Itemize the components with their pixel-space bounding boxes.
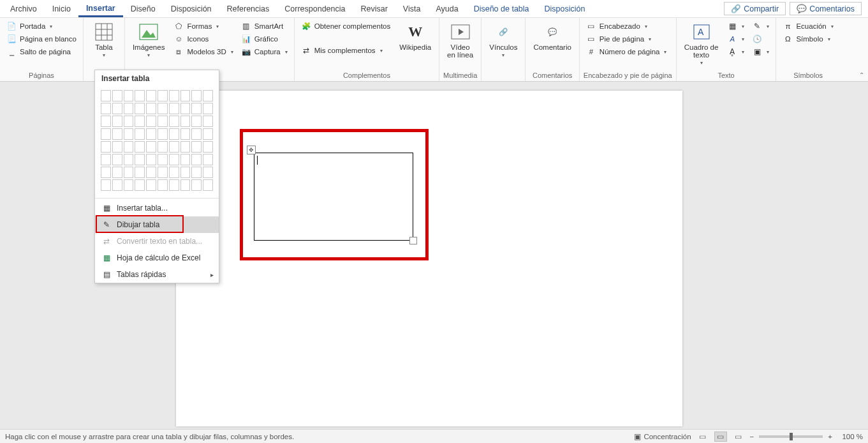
table-grid-cell[interactable] <box>180 179 191 191</box>
table-grid-cell[interactable] <box>203 103 213 114</box>
table-grid-cell[interactable] <box>180 128 191 140</box>
table-grid-cell[interactable] <box>203 90 213 101</box>
table-grid-cell[interactable] <box>158 103 168 114</box>
wikipedia-button[interactable]: W Wikipedia <box>395 20 435 52</box>
quickparts-button[interactable]: ▦▾ <box>725 20 747 32</box>
table-grid-cell[interactable] <box>169 103 179 114</box>
pagenum-button[interactable]: #Número de página▾ <box>584 46 670 57</box>
dropcap-button[interactable]: A͇▾ <box>725 46 747 57</box>
table-grid-cell[interactable] <box>112 103 122 114</box>
links-button[interactable]: 🔗 Vínculos ▾ <box>485 20 521 59</box>
table-button[interactable]: Tabla ▾ <box>87 20 121 59</box>
table-grid-cell[interactable] <box>146 154 156 165</box>
table-grid-cell[interactable] <box>169 90 179 101</box>
tab-references[interactable]: Referencias <box>219 2 277 16</box>
table-grid-cell[interactable] <box>124 141 134 153</box>
table-move-handle[interactable]: ✥ <box>247 146 256 154</box>
table-grid-cell[interactable] <box>169 179 179 191</box>
table-grid-cell[interactable] <box>203 154 213 165</box>
object-button[interactable]: ▣▾ <box>749 46 772 57</box>
print-layout-button[interactable]: ▭ <box>714 432 727 442</box>
page-break-button[interactable]: ⎯Salto de página <box>4 46 79 57</box>
comment-button[interactable]: 💬 Comentario <box>529 20 575 52</box>
table-grid-cell[interactable] <box>135 167 145 178</box>
table-grid-cell[interactable] <box>135 154 145 165</box>
header-button[interactable]: ▭Encabezado▾ <box>584 20 670 32</box>
table-grid-cell[interactable] <box>101 116 111 127</box>
table-grid-cell[interactable] <box>135 128 145 140</box>
zoom-thumb[interactable] <box>790 433 793 440</box>
table-grid-cell[interactable] <box>191 116 202 127</box>
table-grid-cell[interactable] <box>169 128 179 140</box>
table-grid-cell[interactable] <box>112 179 122 191</box>
tab-review[interactable]: Revisar <box>353 2 395 16</box>
cover-page-button[interactable]: 📄Portada▾ <box>4 20 79 32</box>
tab-help[interactable]: Ayuda <box>428 2 466 16</box>
table-grid-cell[interactable] <box>112 167 122 178</box>
table-grid-cell[interactable] <box>135 103 145 114</box>
table-grid-cell[interactable] <box>158 141 168 153</box>
table-grid-cell[interactable] <box>191 154 202 165</box>
table-grid-cell[interactable] <box>203 128 213 140</box>
table-grid-cell[interactable] <box>112 116 122 127</box>
zoom-out-button[interactable]: − <box>750 433 754 440</box>
tab-table-layout[interactable]: Disposición <box>537 2 593 16</box>
table-grid-cell[interactable] <box>180 154 191 165</box>
table-grid-cell[interactable] <box>101 128 111 140</box>
table-grid-cell[interactable] <box>112 154 122 165</box>
drawn-table[interactable]: ✥ <box>254 153 413 241</box>
zoom-in-button[interactable]: + <box>828 433 832 440</box>
table-grid-cell[interactable] <box>169 141 179 153</box>
table-grid-cell[interactable] <box>158 179 168 191</box>
table-grid-cell[interactable] <box>112 128 122 140</box>
images-button[interactable]: Imágenes ▾ <box>129 20 169 59</box>
table-grid-cell[interactable] <box>180 103 191 114</box>
get-addins-button[interactable]: 🧩Obtener complementos <box>298 20 394 32</box>
draw-table-item[interactable]: ✎Dibujar tabla <box>95 216 219 233</box>
table-grid-cell[interactable] <box>112 141 122 153</box>
symbol-button[interactable]: ΩSímbolo▾ <box>780 33 835 45</box>
share-button[interactable]: 🔗Compartir <box>724 2 786 15</box>
read-mode-button[interactable]: ▭ <box>696 432 709 442</box>
table-grid-cell[interactable] <box>191 90 202 101</box>
table-grid-cell[interactable] <box>101 103 111 114</box>
table-grid-cell[interactable] <box>101 141 111 153</box>
table-grid-cell[interactable] <box>135 90 145 101</box>
tab-file[interactable]: Archivo <box>3 2 45 16</box>
table-grid-cell[interactable] <box>169 116 179 127</box>
table-grid-cell[interactable] <box>135 179 145 191</box>
table-grid-cell[interactable] <box>146 116 156 127</box>
page[interactable]: ✥ <box>176 91 682 426</box>
table-grid-cell[interactable] <box>169 154 179 165</box>
table-grid-cell[interactable] <box>203 179 213 191</box>
table-grid-cell[interactable] <box>191 128 202 140</box>
table-grid-cell[interactable] <box>135 141 145 153</box>
table-grid-cell[interactable] <box>146 141 156 153</box>
table-grid-cell[interactable] <box>101 154 111 165</box>
table-grid-cell[interactable] <box>203 167 213 178</box>
my-addins-button[interactable]: ⇄Mis complementos▾ <box>298 45 394 56</box>
wordart-button[interactable]: A▾ <box>725 33 747 45</box>
quick-tables-item[interactable]: ▤Tablas rápidas▸ <box>95 266 219 283</box>
table-grid-cell[interactable] <box>101 179 111 191</box>
table-grid-cell[interactable] <box>124 179 134 191</box>
table-grid-cell[interactable] <box>124 116 134 127</box>
table-grid-cell[interactable] <box>124 167 134 178</box>
table-grid-cell[interactable] <box>146 90 156 101</box>
table-grid-cell[interactable] <box>191 141 202 153</box>
comments-button[interactable]: 💬Comentarios <box>790 2 862 15</box>
table-grid-cell[interactable] <box>180 116 191 127</box>
table-grid-cell[interactable] <box>124 154 134 165</box>
table-grid-cell[interactable] <box>180 90 191 101</box>
textbox-button[interactable]: A Cuadro de texto ▾ <box>680 20 723 67</box>
table-grid-cell[interactable] <box>158 167 168 178</box>
table-grid-cell[interactable] <box>191 167 202 178</box>
table-grid-cell[interactable] <box>124 128 134 140</box>
table-grid-cell[interactable] <box>146 103 156 114</box>
tab-mailings[interactable]: Correspondencia <box>277 2 353 16</box>
chart-button[interactable]: 📊Gráfico <box>239 33 290 45</box>
models3d-button[interactable]: ⧈Modelos 3D▾ <box>171 46 235 57</box>
tab-table-design[interactable]: Diseño de tabla <box>466 2 537 16</box>
table-grid-cell[interactable] <box>101 167 111 178</box>
icons-button[interactable]: ☺Iconos <box>171 33 235 45</box>
